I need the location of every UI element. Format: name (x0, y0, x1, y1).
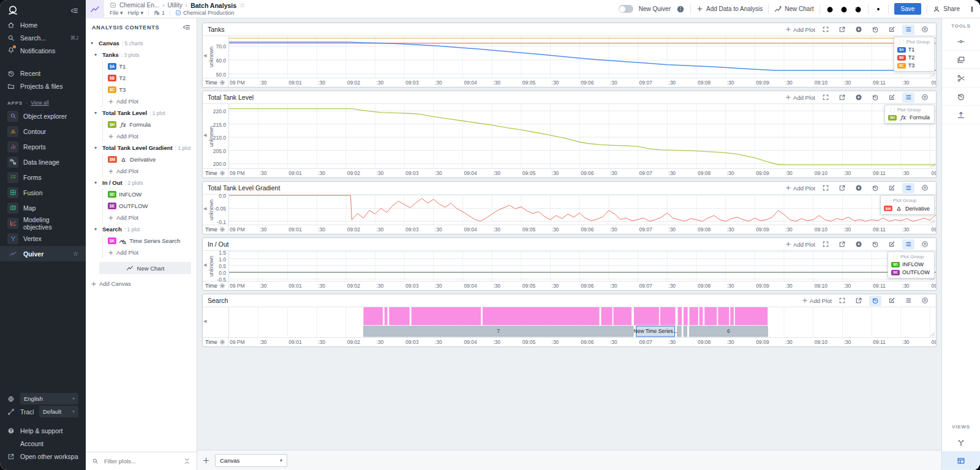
chart-close-circle-button[interactable] (919, 92, 931, 103)
chart-add-plot-button[interactable]: Add Plot (785, 241, 815, 248)
add-plot-row[interactable]: Add Plot (108, 212, 193, 223)
legend-item-inflow[interactable]: $DINFLOW (891, 261, 930, 267)
undo-icon[interactable] (826, 5, 834, 13)
chart-edit-button[interactable] (886, 183, 898, 193)
chart-plot-area[interactable]: ⋮⋮Plot Group$MΔDerivative (228, 195, 936, 225)
history-icon[interactable] (854, 5, 862, 13)
chart-plot-area[interactable]: ⋮⋮Plot Group$DINFLOW$EOUTFLOW (228, 251, 936, 281)
time-axis-cell[interactable]: Time (203, 282, 228, 290)
chart-history-button[interactable] (869, 92, 881, 103)
tree-plot-formula[interactable]: $HƒxFormula (108, 119, 193, 130)
chart-add-plot-button[interactable]: Add Plot (802, 297, 832, 304)
chart-plot-area[interactable]: ⋮⋮Plot Group$HƒxFormula (228, 104, 936, 168)
sidebar-item-projects-files[interactable]: Projects & files (0, 80, 86, 92)
add-plot-row[interactable]: Add Plot (108, 165, 193, 177)
chart-expand-button[interactable] (820, 183, 832, 193)
plot-group-legend[interactable]: ⋮⋮Plot Group$DINFLOW$EOUTFLOW (888, 252, 935, 278)
new-quiver-toggle[interactable] (619, 5, 633, 13)
collapse-panel-icon[interactable] (183, 23, 190, 31)
chart-history-button[interactable] (869, 239, 881, 250)
chart-add-plot-button[interactable]: Add Plot (785, 185, 815, 192)
sidebar-link-help-support[interactable]: Help & support (0, 424, 86, 437)
legend-item-formula[interactable]: $HƒxFormula (888, 114, 930, 121)
time-axis-cell[interactable]: Time (203, 338, 228, 346)
resize-handle-icon[interactable] (930, 72, 935, 77)
collapse-yaxis-icon[interactable]: ◀ (203, 263, 206, 267)
chart-list-button[interactable] (902, 92, 914, 103)
chart-expand-button[interactable] (836, 296, 848, 306)
plot-group-legend[interactable]: ⋮⋮Plot Group$HƒxFormula (884, 105, 935, 124)
new-chart-tree-button[interactable]: New Chart (99, 262, 191, 274)
sidebar-item-recent[interactable]: Recent (0, 67, 86, 80)
chart-open-new-button[interactable] (836, 183, 848, 193)
chart-edit-button[interactable] (886, 296, 898, 306)
chart-plot-area[interactable]: 7New Time Series...6 (228, 307, 936, 337)
add-plot-row[interactable]: Add Plot (108, 130, 193, 142)
quiver-app-icon[interactable] (86, 0, 104, 18)
legend-item-t1[interactable]: $AT1 (897, 47, 930, 53)
chart-open-new-button[interactable] (836, 24, 848, 35)
filter-plots-input[interactable] (103, 457, 179, 465)
chart-list-button[interactable] (902, 24, 914, 35)
chart-history-button[interactable] (869, 296, 881, 306)
tree-plot-outflow[interactable]: $EOUTFLOW (108, 200, 193, 212)
collapse-yaxis-icon[interactable]: ◀ (203, 319, 206, 324)
collapse-vertical-icon[interactable] (184, 458, 190, 464)
chart-list-button[interactable] (902, 183, 914, 193)
collapse-sidebar-icon[interactable] (70, 7, 78, 15)
tree-group-total-tank-level[interactable]: ▾Total Tank Level: 1 plot (94, 107, 193, 119)
sidebar-app-reports[interactable]: Reports (0, 139, 86, 154)
sidebar-item-notifications[interactable]: Notifications (0, 44, 86, 57)
chart-open-new-button[interactable] (836, 92, 848, 103)
help-menu[interactable]: Help ▾ (128, 10, 144, 16)
chart-edit-button[interactable] (886, 92, 898, 103)
legend-item-derivative[interactable]: $MΔDerivative (884, 205, 930, 212)
pinned-star-icon[interactable]: ☆ (73, 250, 78, 257)
collapse-yaxis-icon[interactable]: ◀ (203, 133, 206, 138)
drag-handle-icon[interactable]: ⋮⋮ (891, 254, 899, 259)
chart-add-plot-button[interactable]: Add Plot (785, 94, 815, 101)
sidebar-app-contour[interactable]: Contour (0, 124, 86, 139)
save-button[interactable]: Save (894, 3, 922, 15)
add-plot-row[interactable]: Add Plot (108, 247, 193, 258)
sidebar-app-vertex[interactable]: Vertex (0, 231, 86, 246)
sidebar-app-map[interactable]: Map (0, 200, 86, 215)
language-select[interactable]: English▾ (20, 393, 78, 405)
resize-handle-icon[interactable] (930, 219, 935, 224)
legend-item-t3[interactable]: $CT3 (897, 62, 930, 69)
sidebar-app-data-lineage[interactable]: Data lineage (0, 154, 86, 170)
tree-group-in-out[interactable]: ▾In / Out: 2 plots (94, 177, 193, 188)
tree-canvas-row[interactable]: ▾Canvas: 5 charts (91, 37, 193, 49)
chart-list-button[interactable] (902, 239, 914, 250)
drag-handle-icon[interactable]: ⋮⋮ (888, 107, 895, 113)
sidebar-app-modeling-objectives[interactable]: Modeling objectives (0, 215, 86, 231)
tree-plot-t-[interactable]: $CT3 (108, 84, 193, 95)
collapse-yaxis-icon[interactable]: ◀ (203, 206, 206, 211)
chart-close-circle-button[interactable] (919, 183, 931, 193)
chart-close-circle-button[interactable] (919, 24, 931, 35)
chart-list-button[interactable] (902, 296, 914, 306)
add-canvas-tab-icon[interactable] (202, 457, 210, 464)
canvas-tab[interactable]: Canvas▾ (215, 454, 287, 467)
collapse-yaxis-icon[interactable]: ◀ (203, 53, 206, 58)
tool-upload-button[interactable] (942, 106, 980, 124)
resource-link[interactable]: Chemical Production (175, 10, 234, 16)
chart-plot-area[interactable]: ⋮⋮Plot Group$AT1$BT2$CT3 (228, 36, 936, 78)
favorite-star-icon[interactable]: ☆ (239, 2, 245, 9)
chart-history-button[interactable] (869, 24, 881, 35)
chart-expand-button[interactable] (820, 239, 832, 250)
tool-point-button[interactable] (942, 32, 980, 51)
branch-indicator[interactable]: 1 (154, 10, 165, 16)
file-menu[interactable]: File ▾ (110, 10, 123, 16)
time-axis-cell[interactable]: Time (203, 225, 228, 234)
chart-edit-button[interactable] (886, 24, 898, 35)
resize-handle-icon[interactable] (930, 332, 935, 337)
breadcrumb-root[interactable]: Chemical En... (119, 2, 159, 9)
chart-expand-button[interactable] (820, 92, 832, 103)
plot-group-legend[interactable]: ⋮⋮Plot Group$AT1$BT2$CT3 (894, 37, 935, 72)
tree-group-tanks[interactable]: ▾Tanks: 3 plots (94, 49, 193, 61)
resize-handle-icon[interactable] (930, 163, 935, 168)
chart-expand-button[interactable] (820, 24, 832, 35)
view-vertex-button[interactable] (942, 433, 980, 452)
sidebar-app-forms[interactable]: Forms (0, 170, 86, 185)
